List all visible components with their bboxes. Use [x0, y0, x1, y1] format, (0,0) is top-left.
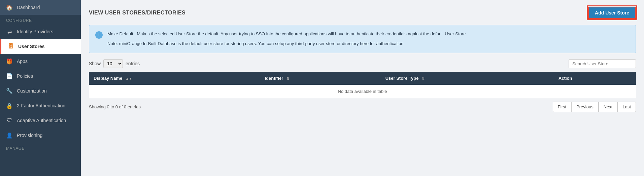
pagination: First Previous Next Last [553, 102, 636, 112]
sidebar-item-label: Dashboard [17, 5, 40, 10]
policies-icon: 📄 [6, 73, 13, 79]
info-text-line2: Note: miniOrange In-Built Database is th… [107, 40, 467, 47]
empty-message: No data available in table [89, 85, 636, 98]
info-text-line1: Make Default : Makes the selected User S… [107, 31, 467, 38]
sidebar-item-policies[interactable]: 📄 Policies [0, 69, 81, 83]
info-text: Make Default : Makes the selected User S… [107, 31, 467, 47]
sidebar-item-label: Apps [17, 59, 28, 64]
search-user-store-input[interactable] [569, 59, 636, 68]
col-identifier[interactable]: Identifier ⇅ [260, 72, 380, 85]
add-user-store-button[interactable]: Add User Store [588, 7, 636, 19]
table-controls: Show 10 25 50 100 entries [89, 59, 636, 68]
sidebar: 🏠 Dashboard Configure ⇌ Identity Provide… [0, 0, 81, 176]
pagination-previous-button[interactable]: Previous [571, 102, 599, 112]
sidebar-item-dashboard[interactable]: 🏠 Dashboard [0, 0, 81, 15]
user-stores-icon: 🗄 [7, 43, 14, 50]
2fa-icon: 🔒 [6, 102, 13, 109]
page-header: VIEW USER STORES/DIRECTORIES Add User St… [89, 7, 636, 19]
sidebar-item-provisioning[interactable]: 👤 Provisioning [0, 128, 81, 143]
customization-icon: 🔧 [6, 87, 13, 94]
sidebar-item-label: Identity Providers [17, 29, 53, 34]
sidebar-item-2fa[interactable]: 🔒 2-Factor Authentication [0, 98, 81, 113]
page-title: VIEW USER STORES/DIRECTORIES [89, 10, 185, 16]
sidebar-item-label: Provisioning [17, 133, 42, 138]
sort-display-name-icon[interactable]: ▲▼ [126, 77, 132, 80]
entries-label: entries [126, 61, 140, 66]
manage-section-label: Manage [0, 143, 81, 152]
apps-icon: 🎁 [6, 58, 13, 65]
sidebar-item-label: User Stores [18, 44, 45, 49]
content-area: VIEW USER STORES/DIRECTORIES Add User St… [81, 0, 644, 176]
col-identifier-label: Identifier [265, 76, 283, 81]
col-user-store-type[interactable]: User Store Type ⇅ [381, 72, 554, 85]
col-action: Action [554, 72, 636, 85]
show-label: Show [89, 61, 101, 66]
table-header-row: Display Name ▲▼ Identifier ⇅ User Store … [89, 72, 636, 85]
pagination-next-button[interactable]: Next [599, 102, 618, 112]
col-action-label: Action [558, 76, 572, 81]
configure-section-label: Configure [0, 15, 81, 24]
col-user-store-type-label: User Store Type [385, 76, 419, 81]
user-stores-table: Display Name ▲▼ Identifier ⇅ User Store … [89, 72, 636, 98]
sidebar-item-identity-providers[interactable]: ⇌ Identity Providers [0, 24, 81, 39]
adaptive-auth-icon: 🛡 [6, 117, 13, 124]
sidebar-item-label: 2-Factor Authentication [17, 103, 65, 108]
sidebar-item-customization[interactable]: 🔧 Customization [0, 83, 81, 98]
info-icon: i [95, 31, 103, 39]
sidebar-item-label: Adaptive Authentication [17, 118, 66, 123]
dashboard-icon: 🏠 [6, 4, 13, 11]
pagination-last-button[interactable]: Last [617, 102, 636, 112]
sidebar-item-adaptive-auth[interactable]: 🛡 Adaptive Authentication [0, 113, 81, 128]
identity-providers-icon: ⇌ [6, 28, 13, 35]
entries-select[interactable]: 10 25 50 100 [103, 59, 123, 68]
sidebar-item-user-stores[interactable]: 🗄 User Stores [0, 39, 81, 54]
col-display-name[interactable]: Display Name ▲▼ [89, 72, 260, 85]
info-box: i Make Default : Makes the selected User… [89, 25, 636, 53]
search-box [569, 59, 636, 68]
provisioning-icon: 👤 [6, 132, 13, 139]
pagination-first-button[interactable]: First [553, 102, 571, 112]
table-empty-row: No data available in table [89, 85, 636, 98]
sort-identifier-icon[interactable]: ⇅ [286, 77, 289, 80]
showing-entries-text: Showing 0 to 0 of 0 entries [89, 104, 141, 109]
col-display-name-label: Display Name [94, 76, 122, 81]
table-footer: Showing 0 to 0 of 0 entries First Previo… [89, 98, 636, 112]
sidebar-item-label: Customization [17, 88, 47, 94]
sort-user-store-type-icon[interactable]: ⇅ [422, 77, 425, 80]
sidebar-item-label: Policies [17, 73, 33, 79]
sidebar-item-apps[interactable]: 🎁 Apps [0, 54, 81, 69]
main-content: VIEW USER STORES/DIRECTORIES Add User St… [81, 0, 644, 176]
show-entries-control: Show 10 25 50 100 entries [89, 59, 140, 68]
